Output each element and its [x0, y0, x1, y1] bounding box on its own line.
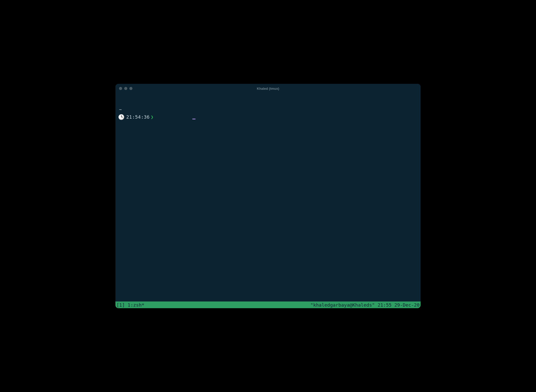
window-controls: [119, 87, 132, 90]
window-title: Khaled (tmux): [115, 87, 421, 91]
tmux-status-host: "khaledgarbaya@Khaleds": [310, 302, 375, 308]
prompt-time: 21:54:36: [126, 113, 150, 120]
prompt-cwd: ~: [118, 106, 418, 113]
clock-icon: [119, 114, 124, 120]
tmux-status-date: 29-Dec-20: [394, 302, 420, 308]
close-window-button[interactable]: [119, 87, 122, 90]
minimize-window-button[interactable]: [124, 87, 127, 90]
maximize-window-button[interactable]: [129, 87, 132, 90]
text-cursor[interactable]: [192, 119, 195, 119]
tmux-status-right: "khaledgarbaya@Khaleds" 21:55 29-Dec-20: [310, 302, 420, 308]
titlebar[interactable]: Khaled (tmux): [115, 84, 421, 93]
tmux-status-left: [1] 1:zsh*: [116, 302, 144, 308]
prompt-arrow-icon: ❯: [151, 113, 154, 120]
tmux-statusbar[interactable]: [1] 1:zsh* "khaledgarbaya@Khaleds" 21:55…: [115, 301, 421, 308]
tmux-status-time: 21:55: [377, 302, 391, 308]
prompt-line: 21:54:36 ❯: [118, 113, 418, 120]
terminal-viewport[interactable]: ~ 21:54:36 ❯: [115, 93, 421, 301]
terminal-window: Khaled (tmux) ~ 21:54:36 ❯ [1] 1:zsh* "k…: [115, 84, 421, 308]
